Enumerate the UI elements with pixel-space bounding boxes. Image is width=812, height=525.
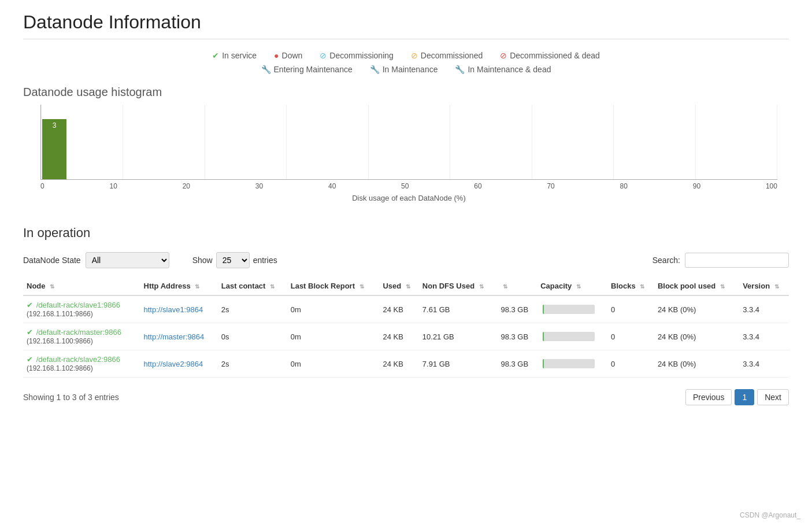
legend-section: ✔ In service ● Down ⊘ Decommissioning ⊘ … — [23, 51, 789, 74]
cell-last-contact: 0s — [218, 323, 287, 350]
col-non-dfs[interactable]: Non DFS Used ⇅ — [419, 277, 498, 295]
node-name: /default-rack/master:9866 — [36, 328, 121, 337]
pagination-buttons: Previous 1 Next — [685, 389, 789, 405]
sort-arrows-cap-val: ⇅ — [503, 283, 507, 290]
entries-label: entries — [253, 256, 277, 265]
col-last-contact[interactable]: Last contact ⇅ — [218, 277, 287, 295]
cell-http: http://master:9864 — [140, 323, 218, 350]
grid-line — [450, 105, 450, 179]
show-select[interactable]: 10 25 50 100 — [216, 252, 250, 268]
search-input[interactable] — [685, 253, 789, 268]
node-check-icon: ✔ — [27, 355, 33, 364]
legend-down: ● Down — [274, 51, 302, 60]
capacity-fill — [543, 305, 544, 314]
table-row: ✔ /default-rack/slave2:9866 (192.168.1.1… — [23, 350, 789, 378]
decommissioned-icon: ⊘ — [411, 51, 418, 60]
capacity-fill — [543, 359, 544, 368]
cell-non-dfs: 7.91 GB — [419, 350, 498, 378]
previous-button[interactable]: Previous — [685, 389, 732, 405]
cell-version: 3.3.4 — [739, 350, 789, 378]
x-label-80: 80 — [620, 182, 628, 190]
cell-last-contact: 2s — [218, 350, 287, 378]
col-http[interactable]: Http Address ⇅ — [140, 277, 218, 295]
sort-arrows-block-pool: ⇅ — [720, 283, 725, 290]
histogram-section: Datanode usage histogram 3 0 — [23, 86, 789, 202]
table-row: ✔ /default-rack/master:9866 (192.168.1.1… — [23, 323, 789, 350]
x-label-30: 30 — [255, 182, 263, 190]
x-axis-title: Disk usage of each DataNode (%) — [40, 194, 777, 202]
x-label-90: 90 — [693, 182, 700, 190]
legend-in-service: ✔ In service — [212, 51, 257, 60]
cell-blocks: 0 — [607, 350, 654, 378]
node-check-icon: ✔ — [27, 328, 33, 337]
grid-line — [205, 105, 205, 179]
x-label-100: 100 — [766, 182, 777, 190]
cell-blocks: 0 — [607, 323, 654, 350]
cell-http: http://slave2:9864 — [140, 350, 218, 378]
cell-non-dfs: 10.21 GB — [419, 323, 498, 350]
node-ip: (192.168.1.102:9866) — [27, 364, 93, 372]
cell-used: 24 KB — [379, 323, 418, 350]
x-label-10: 10 — [109, 182, 117, 190]
cell-last-block: 0m — [287, 350, 380, 378]
legend-in-service-label: In service — [222, 51, 257, 60]
col-block-pool[interactable]: Block pool used ⇅ — [654, 277, 739, 295]
sort-arrows-used: ⇅ — [406, 283, 410, 290]
col-last-block[interactable]: Last Block Report ⇅ — [287, 277, 380, 295]
cell-node: ✔ /default-rack/slave1:9866 (192.168.1.1… — [23, 295, 140, 323]
state-label: DataNode State — [23, 256, 81, 265]
grid-line — [123, 105, 123, 179]
page-title: Datanode Information — [23, 12, 789, 33]
cell-node: ✔ /default-rack/master:9866 (192.168.1.1… — [23, 323, 140, 350]
capacity-bar — [543, 305, 595, 314]
grid-line — [695, 105, 696, 179]
cell-capacity — [537, 323, 607, 350]
col-version[interactable]: Version ⇅ — [739, 277, 789, 295]
node-ip: (192.168.1.101:9866) — [27, 310, 93, 318]
legend-row-2: 🔧 Entering Maintenance 🔧 In Maintenance … — [23, 65, 789, 74]
state-select[interactable]: All In Service Decommissioning Decommiss… — [86, 252, 169, 268]
sort-arrows-block: ⇅ — [359, 283, 364, 290]
datanode-table: Node ⇅ Http Address ⇅ Last contact ⇅ Las… — [23, 277, 789, 378]
cell-version: 3.3.4 — [739, 323, 789, 350]
legend-in-maintenance: 🔧 In Maintenance — [370, 65, 438, 74]
sort-arrows-http: ⇅ — [195, 283, 199, 290]
legend-in-maintenance-dead-label: In Maintenance & dead — [468, 65, 551, 74]
col-used[interactable]: Used ⇅ — [379, 277, 418, 295]
http-link[interactable]: http://master:9864 — [144, 332, 205, 341]
cell-capacity — [537, 295, 607, 323]
search-label: Search: — [652, 256, 680, 265]
legend-entering-maintenance: 🔧 Entering Maintenance — [261, 65, 353, 74]
x-axis-labels: 0 10 20 30 40 50 60 70 80 90 100 — [40, 182, 777, 190]
grid-lines — [41, 105, 777, 179]
legend-row-1: ✔ In service ● Down ⊘ Decommissioning ⊘ … — [23, 51, 789, 60]
node-name: /default-rack/slave1:9866 — [36, 301, 120, 309]
sort-arrows-non-dfs: ⇅ — [479, 283, 484, 290]
cell-block-pool: 24 KB (0%) — [654, 323, 739, 350]
grid-line — [532, 105, 532, 179]
table-header: Node ⇅ Http Address ⇅ Last contact ⇅ Las… — [23, 277, 789, 295]
http-link[interactable]: http://slave2:9864 — [144, 360, 203, 368]
histogram-bar: 3 — [42, 119, 66, 179]
grid-line — [368, 105, 369, 179]
cell-http: http://slave1:9864 — [140, 295, 218, 323]
node-ip: (192.168.1.100:9866) — [27, 337, 93, 345]
capacity-bar — [543, 332, 595, 341]
page-1-button[interactable]: 1 — [735, 389, 754, 405]
http-link[interactable]: http://slave1:9864 — [144, 305, 203, 314]
cell-last-contact: 2s — [218, 295, 287, 323]
col-capacity[interactable]: Capacity ⇅ — [537, 277, 607, 295]
col-blocks[interactable]: Blocks ⇅ — [607, 277, 654, 295]
x-label-60: 60 — [474, 182, 481, 190]
next-button[interactable]: Next — [757, 389, 789, 405]
legend-decommissioning: ⊘ Decommissioning — [320, 51, 393, 60]
col-node[interactable]: Node ⇅ — [23, 277, 140, 295]
pagination-info: Showing 1 to 3 of 3 entries — [23, 393, 119, 402]
x-label-0: 0 — [40, 182, 45, 190]
col-capacity-val[interactable]: ⇅ — [497, 277, 537, 295]
check-icon: ✔ — [212, 51, 219, 60]
histogram-title: Datanode usage histogram — [23, 86, 789, 99]
legend-down-label: Down — [282, 51, 303, 60]
cell-blocks: 0 — [607, 295, 654, 323]
node-check-icon: ✔ — [27, 301, 33, 309]
